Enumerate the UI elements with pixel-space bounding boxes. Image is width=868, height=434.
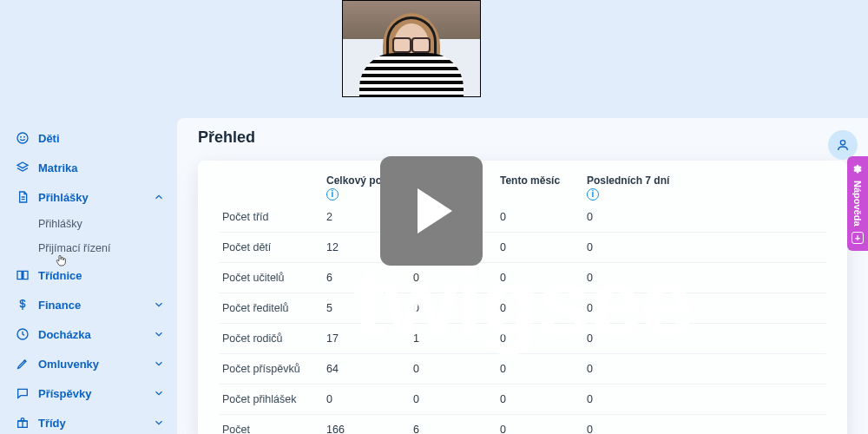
layers-icon <box>16 161 30 174</box>
cell-this: 0 <box>496 415 583 435</box>
cell-last7: 0 <box>583 293 826 324</box>
cell-prev: 0 <box>410 385 496 415</box>
table-row: Počet příspěvků64000 <box>219 354 826 385</box>
dollar-icon <box>16 298 30 312</box>
chevron-up-icon <box>153 191 165 203</box>
svg-point-2 <box>21 136 22 137</box>
sidebar-subitem-prihlasky-sub[interactable]: Přihlášky <box>0 212 177 236</box>
cell-last7: 0 <box>583 415 826 435</box>
table-row: Počet dětí12000 <box>219 233 826 263</box>
book-icon <box>16 268 30 282</box>
table-row: Počet přihlášek0000 <box>219 385 826 415</box>
chevron-down-icon <box>153 299 165 311</box>
gift-icon <box>16 416 30 430</box>
row-label: Počet <box>219 415 323 435</box>
sidebar-item-tridy[interactable]: Třídy <box>0 408 177 434</box>
overview-table: Celkový početiMinulý měsíciTento měsícPo… <box>219 169 826 434</box>
sidebar-item-label: Třídy <box>38 417 144 430</box>
help-tab-label: Nápověda <box>852 181 863 227</box>
sidebar-item-tridnice[interactable]: Třídnice <box>0 260 177 290</box>
cell-this: 0 <box>496 354 583 385</box>
svg-point-0 <box>840 141 845 145</box>
sidebar-item-matrika[interactable]: Matrika <box>0 153 177 182</box>
table-row: Počet ředitelů5000 <box>219 293 826 324</box>
main-panel: twigsee Přehled Celkový početiMinulý měs… <box>177 118 868 434</box>
play-button[interactable] <box>380 156 483 266</box>
cell-this: 0 <box>496 385 583 415</box>
cell-total: 0 <box>323 385 410 415</box>
cell-total: 6 <box>323 263 410 293</box>
sidebar-item-label: Matrika <box>38 161 165 174</box>
chevron-down-icon <box>153 328 165 340</box>
sidebar-item-omluvenky[interactable]: Omluvenky <box>0 349 177 378</box>
table-row: Počet učitelů6000 <box>219 263 826 293</box>
sidebar-item-prispevky[interactable]: Příspěvky <box>0 378 177 408</box>
row-label: Počet učitelů <box>219 263 323 293</box>
cell-this: 0 <box>496 324 583 354</box>
cell-last7: 0 <box>583 385 826 415</box>
chat-icon <box>16 386 30 400</box>
col-label <box>219 169 323 202</box>
svg-point-3 <box>24 136 25 137</box>
sidebar-item-label: Děti <box>38 132 165 145</box>
sidebar-item-prihlasky[interactable]: Přihlášky <box>0 182 177 212</box>
row-label: Počet tříd <box>219 202 323 233</box>
info-icon[interactable]: i <box>587 188 599 201</box>
sidebar-item-finance[interactable]: Finance <box>0 290 177 319</box>
row-label: Počet přihlášek <box>219 385 323 415</box>
cell-total: 64 <box>323 354 410 385</box>
cell-this: 0 <box>496 293 583 324</box>
sidebar-subitem-prijimaci-rizeni[interactable]: Přijímací řízení <box>0 236 177 260</box>
smile-icon <box>16 131 30 145</box>
sidebar-item-label: Třídnice <box>38 269 165 282</box>
cell-prev: 6 <box>410 415 496 435</box>
chevron-down-icon <box>153 417 165 429</box>
cell-this: 0 <box>496 263 583 293</box>
help-tab[interactable]: ✽ Nápověda + <box>847 156 868 251</box>
row-label: Počet ředitelů <box>219 293 323 324</box>
sidebar-item-dochazka[interactable]: Docházka <box>0 319 177 349</box>
cell-prev: 0 <box>410 354 496 385</box>
row-label: Počet příspěvků <box>219 354 323 385</box>
cell-prev: 1 <box>410 324 496 354</box>
sidebar: DětiMatrikaPřihláškyPřihláškyPřijímací ř… <box>0 118 177 434</box>
file-icon <box>16 190 30 204</box>
clock-icon <box>16 327 30 341</box>
col-last7: Posledních 7 dníi <box>583 169 826 202</box>
profile-avatar[interactable] <box>828 130 858 160</box>
cell-last7: 0 <box>583 354 826 385</box>
sidebar-item-label: Docházka <box>38 328 144 341</box>
cell-prev: 0 <box>410 263 496 293</box>
table-row: Počet rodičů17100 <box>219 324 826 354</box>
cell-prev: 0 <box>410 293 496 324</box>
svg-point-1 <box>17 133 28 143</box>
sparkle-icon: ✽ <box>852 163 864 175</box>
sidebar-item-label: Omluvenky <box>38 358 144 371</box>
cell-last7: 0 <box>583 263 826 293</box>
cell-total: 5 <box>323 293 410 324</box>
table-row: Počet166600 <box>219 415 826 435</box>
cell-total: 17 <box>323 324 410 354</box>
chevron-down-icon <box>153 387 165 399</box>
cursor-hand-icon <box>54 253 68 268</box>
plus-icon: + <box>852 232 864 244</box>
pencil-icon <box>16 357 30 371</box>
chevron-down-icon <box>153 358 165 370</box>
play-icon <box>418 188 452 233</box>
row-label: Počet rodičů <box>219 324 323 354</box>
sidebar-item-label: Příspěvky <box>38 387 144 400</box>
page-title: Přehled <box>198 128 847 147</box>
cell-this: 0 <box>496 233 583 263</box>
cell-this: 0 <box>496 202 583 233</box>
webcam-thumbnail <box>342 0 481 97</box>
cell-total: 166 <box>323 415 410 435</box>
sidebar-item-label: Přihlášky <box>38 191 144 204</box>
sidebar-item-deti[interactable]: Děti <box>0 123 177 153</box>
table-row: Počet tříd2000 <box>219 202 826 233</box>
cell-last7: 0 <box>583 233 826 263</box>
col-this: Tento měsíc <box>496 169 583 202</box>
sidebar-item-label: Finance <box>38 299 144 312</box>
cell-last7: 0 <box>583 202 826 233</box>
cell-last7: 0 <box>583 324 826 354</box>
info-icon[interactable]: i <box>326 188 339 201</box>
